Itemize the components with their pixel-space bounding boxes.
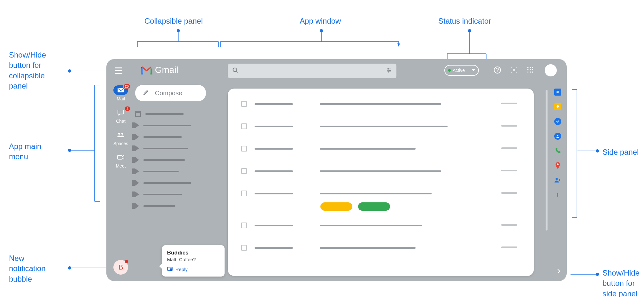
folder-inbox[interactable] bbox=[135, 111, 215, 117]
compose-button[interactable]: Compose bbox=[135, 85, 206, 101]
rail-item-meet[interactable]: Meet bbox=[106, 152, 135, 168]
svg-point-27 bbox=[532, 67, 533, 68]
pencil-icon bbox=[143, 89, 149, 97]
checkbox[interactable] bbox=[241, 223, 247, 228]
svg-rect-34 bbox=[118, 88, 124, 92]
side-panel-toggle-button[interactable] bbox=[554, 266, 564, 276]
svg-point-26 bbox=[530, 67, 531, 68]
label-icon bbox=[135, 145, 139, 151]
checkbox[interactable] bbox=[241, 245, 247, 251]
folder-label-placeholder bbox=[143, 125, 191, 126]
svg-point-44 bbox=[557, 163, 558, 165]
svg-point-28 bbox=[527, 69, 529, 70]
notification-reply-button[interactable]: Reply bbox=[167, 267, 219, 272]
mail-icon: 20 bbox=[113, 85, 128, 95]
mail-row[interactable] bbox=[241, 244, 416, 252]
get-addons-button[interactable]: + bbox=[554, 191, 561, 199]
notification-bubble[interactable]: B bbox=[113, 260, 128, 275]
rail-item-chat[interactable]: 4 Chat bbox=[106, 108, 135, 124]
help-button[interactable] bbox=[494, 66, 501, 75]
folder-item[interactable] bbox=[135, 203, 215, 209]
voice-icon[interactable] bbox=[554, 147, 561, 154]
calendar-icon[interactable] bbox=[554, 89, 561, 96]
svg-point-45 bbox=[556, 178, 558, 180]
folder-item[interactable] bbox=[135, 191, 215, 197]
svg-point-20 bbox=[390, 70, 391, 71]
label-icon bbox=[135, 191, 139, 197]
svg-point-43 bbox=[557, 135, 558, 136]
rail-item-mail[interactable]: 20 Mail bbox=[106, 85, 135, 101]
folder-label-placeholder bbox=[143, 194, 182, 195]
mail-row[interactable] bbox=[241, 145, 416, 152]
svg-point-21 bbox=[388, 71, 389, 72]
folder-item[interactable] bbox=[135, 145, 215, 151]
rail-label: Meet bbox=[116, 163, 126, 168]
folder-item[interactable] bbox=[135, 180, 215, 186]
chip-icon[interactable] bbox=[358, 202, 390, 211]
settings-button[interactable] bbox=[510, 66, 518, 75]
notification-popover: Buddies Matt: Coffee? Reply bbox=[162, 245, 225, 277]
folder-item[interactable] bbox=[135, 122, 215, 128]
search-icon bbox=[232, 67, 239, 75]
mail-row[interactable] bbox=[241, 122, 448, 130]
checkbox[interactable] bbox=[241, 168, 247, 174]
add-people-icon[interactable] bbox=[554, 177, 561, 184]
search-input[interactable] bbox=[228, 64, 396, 78]
app-window-mail-list bbox=[228, 89, 534, 276]
gmail-m-icon bbox=[141, 66, 152, 74]
svg-point-8 bbox=[68, 266, 71, 270]
mail-row[interactable] bbox=[241, 167, 441, 175]
label-icon bbox=[135, 203, 139, 209]
label-icon bbox=[135, 134, 139, 140]
status-indicator-button[interactable]: Active bbox=[444, 65, 479, 76]
scrollbar[interactable] bbox=[546, 90, 548, 231]
chip-icon[interactable] bbox=[320, 202, 352, 211]
compose-label: Compose bbox=[155, 90, 182, 97]
annotation-app-window: App window bbox=[300, 16, 341, 26]
tasks-icon[interactable] bbox=[554, 118, 561, 125]
search-options-icon[interactable] bbox=[386, 67, 392, 74]
spaces-icon bbox=[113, 130, 128, 140]
mail-row[interactable] bbox=[241, 222, 422, 229]
maps-icon[interactable] bbox=[554, 162, 561, 169]
svg-rect-12 bbox=[141, 73, 143, 74]
mail-row[interactable] bbox=[241, 100, 441, 108]
folder-label-placeholder bbox=[143, 182, 191, 184]
annotation-app-main-menu: App mainmenu bbox=[9, 141, 41, 162]
collapsible-panel: Compose Buddies Matt: Coffee? Reply bbox=[135, 85, 215, 278]
attachment-chips bbox=[320, 202, 390, 211]
product-logo[interactable]: Gmail bbox=[141, 65, 178, 75]
annotation-hamburger: Show/Hidebutton forcollapsiblepanel bbox=[9, 50, 86, 91]
svg-point-5 bbox=[468, 29, 471, 32]
chat-icon: 4 bbox=[113, 108, 128, 117]
mail-badge: 20 bbox=[123, 83, 131, 89]
folder-item[interactable] bbox=[135, 134, 215, 140]
svg-rect-40 bbox=[170, 269, 172, 270]
account-avatar-button[interactable] bbox=[545, 64, 557, 76]
google-apps-button[interactable] bbox=[527, 66, 534, 74]
mail-row[interactable] bbox=[241, 190, 432, 197]
rail-label: Chat bbox=[116, 119, 126, 124]
rail-label: Spaces bbox=[113, 141, 128, 146]
folder-label-placeholder bbox=[145, 113, 184, 115]
checkbox[interactable] bbox=[241, 146, 247, 152]
rail-item-spaces[interactable]: Spaces bbox=[106, 130, 135, 146]
reply-label: Reply bbox=[175, 267, 188, 272]
keep-icon[interactable] bbox=[554, 103, 561, 110]
svg-point-3 bbox=[320, 29, 323, 32]
folder-item[interactable] bbox=[135, 168, 215, 174]
label-icon bbox=[135, 180, 139, 186]
annotation-side-toggle: Show/Hidebutton forside panel bbox=[602, 268, 640, 297]
folder-item[interactable] bbox=[135, 157, 215, 163]
checkbox[interactable] bbox=[241, 123, 247, 129]
main-menu-toggle-button[interactable] bbox=[115, 67, 122, 74]
checkbox[interactable] bbox=[241, 191, 247, 196]
contacts-icon[interactable] bbox=[554, 133, 561, 140]
svg-line-15 bbox=[236, 71, 238, 73]
folder-label-placeholder bbox=[143, 148, 188, 149]
folder-list bbox=[135, 111, 215, 209]
checkbox[interactable] bbox=[241, 101, 247, 107]
svg-point-36 bbox=[118, 133, 120, 135]
annotation-side-panel: Side panel bbox=[602, 147, 639, 157]
svg-point-7 bbox=[596, 149, 599, 152]
